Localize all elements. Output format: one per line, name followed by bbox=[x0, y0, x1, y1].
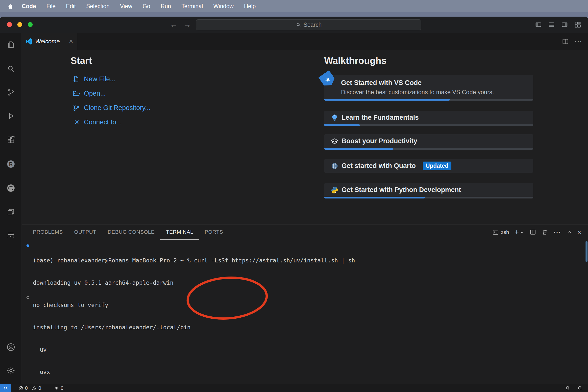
clone-git-repository-label: Clone Git Repository... bbox=[84, 104, 151, 112]
tab-close-icon[interactable]: × bbox=[69, 38, 73, 45]
traffic-lights bbox=[7, 22, 33, 27]
tab-output[interactable]: OUTPUT bbox=[69, 225, 102, 240]
menu-selection[interactable]: Selection bbox=[81, 0, 115, 12]
card-description: Discover the best customizations to make… bbox=[341, 89, 527, 96]
lightbulb-icon bbox=[331, 114, 339, 122]
menu-code[interactable]: Code bbox=[16, 0, 41, 12]
walkthrough-learn-fundamentals[interactable]: Learn the Fundamentals bbox=[324, 111, 533, 126]
terminal-scrollbar[interactable] bbox=[586, 241, 588, 262]
errors-status[interactable]: 0 bbox=[18, 385, 28, 391]
graduation-cap-icon bbox=[331, 137, 339, 145]
r-extension-icon[interactable]: R bbox=[7, 160, 15, 168]
terminal-line: installing to /Users/rohanalexander/.loc… bbox=[33, 324, 588, 331]
radio-tower-icon bbox=[54, 386, 59, 391]
new-terminal-icon[interactable]: + bbox=[515, 228, 519, 236]
editor-tab-bar: Welcome × ··· bbox=[22, 33, 588, 50]
menu-file[interactable]: File bbox=[41, 0, 61, 12]
zoom-window-button[interactable] bbox=[28, 22, 33, 27]
apple-menu-icon[interactable] bbox=[8, 4, 13, 9]
tab-debug-console[interactable]: DEBUG CONSOLE bbox=[102, 225, 160, 240]
progress-bar bbox=[324, 124, 533, 126]
card-title: Get Started with VS Code bbox=[341, 79, 527, 87]
warnings-status[interactable]: 0 bbox=[32, 385, 41, 391]
status-bar: 0 0 0 bbox=[0, 384, 588, 392]
close-panel-icon[interactable]: × bbox=[577, 228, 582, 236]
do-not-disturb-icon[interactable] bbox=[565, 385, 571, 391]
terminal-line: uvx bbox=[33, 368, 588, 376]
shell-selector[interactable]: zsh bbox=[492, 229, 509, 236]
kill-terminal-icon[interactable] bbox=[542, 229, 548, 236]
github-icon[interactable] bbox=[7, 184, 15, 192]
preview-icon[interactable] bbox=[7, 232, 15, 239]
bottom-panel: PROBLEMS OUTPUT DEBUG CONSOLE TERMINAL P… bbox=[22, 224, 588, 384]
card-title: Get started with Quarto bbox=[342, 162, 416, 170]
menu-run[interactable]: Run bbox=[155, 0, 176, 12]
activity-bar: R bbox=[0, 33, 22, 384]
walkthrough-get-started-vscode[interactable]: ★ Get Started with VS Code Discover the … bbox=[324, 75, 533, 100]
settings-gear-icon[interactable] bbox=[7, 366, 15, 375]
remote-connect-icon bbox=[72, 118, 80, 126]
toggle-sidebar-left-icon[interactable] bbox=[535, 21, 542, 28]
connect-to-link[interactable]: Connect to... bbox=[72, 115, 151, 129]
git-clone-icon bbox=[72, 104, 80, 112]
vscode-logo-icon bbox=[26, 38, 32, 44]
multiple-windows-icon[interactable] bbox=[7, 208, 15, 216]
panel-more-actions-icon[interactable]: ··· bbox=[553, 228, 561, 236]
navigate-forward-button[interactable]: → bbox=[183, 16, 191, 33]
minimize-window-button[interactable] bbox=[17, 22, 22, 27]
card-title: Boost your Productivity bbox=[342, 137, 417, 145]
menu-window[interactable]: Window bbox=[208, 0, 239, 12]
toggle-panel-icon[interactable] bbox=[548, 21, 555, 28]
notifications-bell-icon[interactable] bbox=[577, 385, 583, 391]
terminal-toolbar: zsh + ··· × bbox=[492, 225, 582, 240]
progress-bar bbox=[324, 197, 533, 198]
open-link[interactable]: Open... bbox=[72, 86, 151, 100]
customize-layout-icon[interactable] bbox=[574, 21, 581, 28]
warning-icon bbox=[32, 386, 37, 391]
editor-more-actions-icon[interactable]: ··· bbox=[575, 38, 583, 45]
ports-status[interactable]: 0 bbox=[54, 385, 63, 391]
explorer-icon[interactable] bbox=[7, 41, 15, 48]
updated-badge: Updated bbox=[423, 162, 451, 170]
tab-problems[interactable]: PROBLEMS bbox=[27, 225, 69, 240]
menu-go[interactable]: Go bbox=[137, 0, 155, 12]
search-sidebar-icon[interactable] bbox=[7, 65, 15, 72]
search-placeholder: Search bbox=[304, 22, 322, 28]
progress-bar bbox=[324, 99, 533, 100]
walkthrough-get-started-quarto[interactable]: Get started with Quarto Updated bbox=[324, 159, 533, 173]
welcome-page: Start New File... Open... Clone Git Repo… bbox=[22, 50, 588, 224]
open-folder-icon bbox=[72, 90, 80, 97]
toggle-sidebar-right-icon[interactable] bbox=[561, 21, 568, 28]
walkthrough-python-development[interactable]: Get Started with Python Development bbox=[324, 183, 533, 198]
close-window-button[interactable] bbox=[7, 22, 12, 27]
title-bar: ← → Search bbox=[0, 16, 588, 33]
tab-terminal[interactable]: TERMINAL bbox=[160, 225, 199, 240]
menu-view[interactable]: View bbox=[115, 0, 137, 12]
navigate-back-button[interactable]: ← bbox=[170, 16, 178, 33]
tab-welcome-label: Welcome bbox=[35, 38, 60, 45]
remote-indicator[interactable] bbox=[0, 384, 11, 392]
account-icon[interactable] bbox=[7, 343, 15, 351]
run-debug-icon[interactable] bbox=[7, 112, 15, 120]
clone-git-repository-link[interactable]: Clone Git Repository... bbox=[72, 100, 151, 115]
menu-edit[interactable]: Edit bbox=[61, 0, 81, 12]
command-center-search[interactable]: Search bbox=[196, 19, 421, 30]
search-icon bbox=[296, 22, 301, 28]
chevron-down-icon[interactable] bbox=[520, 230, 524, 234]
menu-help[interactable]: Help bbox=[239, 0, 261, 12]
command-pending-dot bbox=[26, 296, 29, 299]
split-editor-icon[interactable] bbox=[562, 38, 569, 45]
tab-welcome[interactable]: Welcome × bbox=[22, 33, 77, 50]
terminal-output[interactable]: (base) rohanalexander@Rohans-MacBook-Pro… bbox=[22, 240, 588, 384]
extensions-icon[interactable] bbox=[7, 136, 15, 144]
new-file-link[interactable]: New File... bbox=[72, 72, 151, 86]
new-file-icon bbox=[72, 75, 80, 83]
source-control-icon[interactable] bbox=[7, 88, 15, 96]
maximize-panel-icon[interactable] bbox=[567, 230, 572, 235]
tab-ports[interactable]: PORTS bbox=[199, 225, 229, 240]
walkthrough-boost-productivity[interactable]: Boost your Productivity bbox=[324, 134, 533, 150]
start-heading: Start bbox=[70, 56, 92, 66]
terminal-line: (base) rohanalexander@Rohans-MacBook-Pro… bbox=[33, 257, 588, 264]
split-terminal-icon[interactable] bbox=[530, 229, 536, 236]
menu-terminal[interactable]: Terminal bbox=[176, 0, 208, 12]
